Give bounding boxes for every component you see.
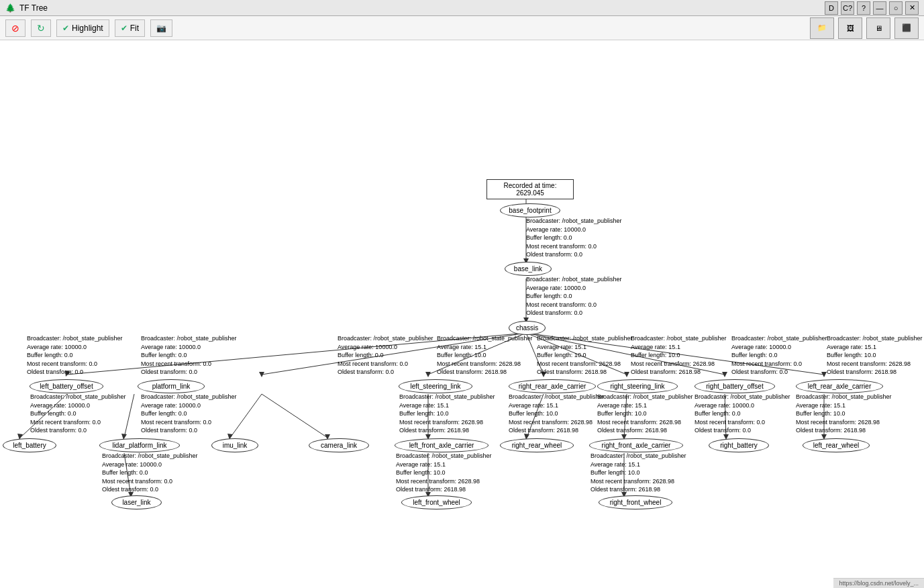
info-chassis-last: Broadcaster: /robot_state_publisher Aver… [827,334,923,377]
title-maximize-btn[interactable]: ○ [889,1,903,15]
info-right-steering-link: Broadcaster: /robot_state_publisher Aver… [597,393,693,435]
node-chassis[interactable]: chassis [509,321,546,335]
recorded-time-box: Recorded at time: 2629.045 [486,179,574,199]
node-right-front-axle-carrier[interactable]: right_front_axle_carrier [589,438,683,452]
node-right-battery-offset[interactable]: right_battery_offset [695,379,775,393]
fit-button[interactable]: ✔ Fit [115,19,145,37]
titlebar: 🌲 TF Tree D C? ? — ○ ✕ [0,0,924,16]
info-chassis-right-battery: Broadcaster: /robot_state_publisher Aver… [631,334,727,377]
info-left-steering-link: Broadcaster: /robot_state_publisher Aver… [399,393,495,435]
toolbar: ⊘ ↻ ✔ Highlight ✔ Fit 📷 📁 🖼 🖥 ⬛ [0,16,924,40]
titlebar-left: 🌲 TF Tree [5,3,48,13]
fit-checkbox-icon: ✔ [121,23,127,33]
info-right-battery-offset: Broadcaster: /robot_state_publisher Aver… [695,393,790,435]
monitor-button[interactable]: 🖥 [866,17,890,39]
node-left-battery-offset[interactable]: left_battery_offset [30,379,103,393]
title-help-btn[interactable]: C? [841,1,854,15]
info-platform-link: Broadcaster: /robot_state_publisher Aver… [141,393,237,435]
app-icon: 🌲 [5,3,15,13]
app-title: TF Tree [19,3,48,13]
title-d-btn[interactable]: D [825,1,838,15]
node-left-front-axle-carrier[interactable]: left_front_axle_carrier [395,438,489,452]
title-minimize-btn[interactable]: — [873,1,886,15]
node-lidar-platform-link[interactable]: lidar_platform_link [99,438,180,452]
info-chassis-left-steering: Broadcaster: /robot_state_publisher Aver… [338,334,433,377]
status-text: https://blog.csdn.net/lovely_... [839,580,919,587]
terminal-button[interactable]: ⬛ [894,17,919,39]
monitor-icon: 🖥 [875,24,882,32]
title-close-btn[interactable]: ✕ [905,1,919,15]
folder-button[interactable]: 📁 [810,17,834,39]
highlight-label: Highlight [72,23,103,33]
node-right-rear-axle-carrier[interactable]: right_rear_axle_carrier [509,379,596,393]
image-icon: 🖼 [847,24,854,32]
node-right-steering-link[interactable]: right_steering_link [597,379,678,393]
node-left-rear-axle-carrier[interactable]: left_rear_axle_carrier [796,379,883,393]
fit-label: Fit [130,23,139,33]
node-right-front-wheel[interactable]: right_front_wheel [599,495,672,509]
folder-icon: 📁 [817,23,827,32]
stop-button[interactable]: ⊘ [5,19,25,37]
screenshot-button[interactable]: 📷 [150,19,172,37]
node-platform-link[interactable]: platform_link [138,379,205,393]
svg-marker-7 [259,372,264,377]
highlight-button[interactable]: ✔ Highlight [56,19,109,37]
node-camera-link[interactable]: camera_link [309,438,369,452]
node-imu-link[interactable]: imu_link [211,438,258,452]
info-right-front-axle-carrier: Broadcaster: /robot_state_publisher Aver… [591,452,686,494]
stop-icon: ⊘ [11,23,19,34]
node-left-steering-link[interactable]: left_steering_link [399,379,472,393]
terminal-icon: ⬛ [902,23,911,32]
refresh-button[interactable]: ↻ [31,19,51,37]
info-chassis-left-battery: Broadcaster: /robot_state_publisher Aver… [27,334,123,377]
info-base-link: Broadcaster: /robot_state_publisher Aver… [526,275,622,317]
info-lidar-platform-link: Broadcaster: /robot_state_publisher Aver… [102,452,198,494]
refresh-icon: ↻ [37,23,45,34]
node-left-battery[interactable]: left_battery [3,438,56,452]
screenshot-icon: 📷 [156,23,166,33]
image-button[interactable]: 🖼 [838,17,862,39]
highlight-checkbox-icon: ✔ [62,23,69,33]
svg-line-24 [262,394,327,438]
info-chassis-right-rear-axle: Broadcaster: /robot_state_publisher Aver… [437,334,533,377]
info-left-battery-offset: Broadcaster: /robot_state_publisher Aver… [30,393,126,435]
info-chassis-platform: Broadcaster: /robot_state_publisher Aver… [141,334,237,377]
info-right-rear-axle-carrier: Broadcaster: /robot_state_publisher Aver… [509,393,605,435]
info-left-front-axle-carrier: Broadcaster: /robot_state_publisher Aver… [396,452,492,494]
node-right-battery[interactable]: right_battery [709,438,769,452]
info-chassis-left-rear-axle-2: Broadcaster: /robot_state_publisher Aver… [731,334,827,377]
node-left-rear-wheel[interactable]: left_rear_wheel [803,438,870,452]
node-base-footprint[interactable]: base_footprint [500,203,560,217]
toolbar-right: 📁 🖼 🖥 ⬛ [810,17,919,39]
node-right-rear-wheel[interactable]: right_rear_wheel [500,438,574,452]
info-chassis-right-steering: Broadcaster: /robot_state_publisher Aver… [537,334,633,377]
tf-tree-canvas[interactable]: Recorded at time: 2629.045 base_footprin… [0,40,924,588]
node-left-front-wheel[interactable]: left_front_wheel [401,495,472,509]
node-laser-link[interactable]: laser_link [111,495,162,509]
toolbar-left: ⊘ ↻ ✔ Highlight ✔ Fit 📷 [5,19,172,37]
node-base-link[interactable]: base_link [505,262,552,276]
title-info-btn[interactable]: ? [857,1,870,15]
titlebar-controls: D C? ? — ○ ✕ [825,1,919,15]
info-left-rear-axle-carrier: Broadcaster: /robot_state_publisher Aver… [796,393,892,435]
status-bar: https://blog.csdn.net/lovely_... [833,578,924,588]
info-base-footprint: Broadcaster: /robot_state_publisher Aver… [526,217,622,259]
recorded-time-label: Recorded at time: 2629.045 [504,182,557,197]
